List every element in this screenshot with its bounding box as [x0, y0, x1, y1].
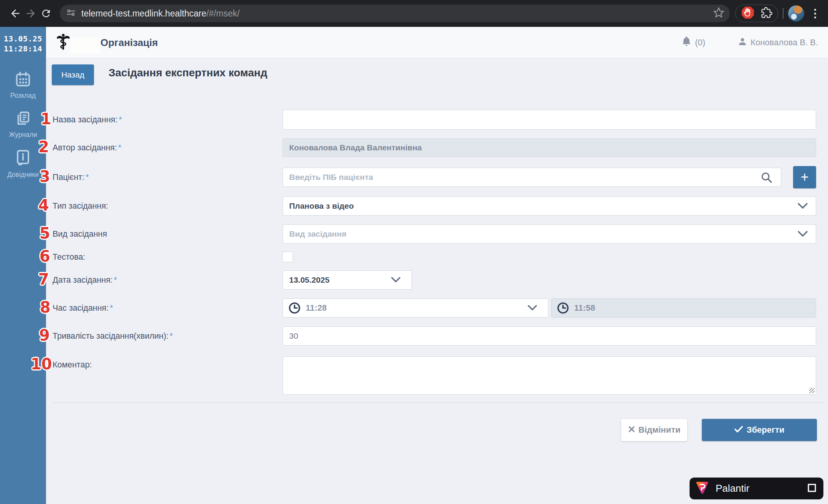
address-bar[interactable]: telemed-test.medlink.healthcare/#/msek/: [60, 5, 730, 22]
annotation-7: 7: [38, 271, 49, 288]
check-icon: [734, 425, 743, 435]
bookmark-star-icon[interactable]: [713, 7, 724, 20]
calendar-icon: [15, 71, 31, 89]
annotation-8: 8: [40, 299, 51, 316]
browser-reload-icon[interactable]: [38, 6, 54, 21]
annotation-3: 3: [40, 168, 50, 185]
browser-forward-icon[interactable]: [23, 6, 38, 21]
main-content: Назад Засідання експертних команд Назва …: [46, 58, 828, 504]
notifications-count: (0): [695, 38, 705, 48]
label-test-flag: Тестова:: [53, 251, 85, 263]
cancel-button[interactable]: Відмінити: [621, 419, 687, 441]
annotation-5: 5: [40, 225, 50, 242]
browser-toolbar: telemed-test.medlink.healthcare/#/msek/: [0, 0, 828, 27]
toolbar-divider: [783, 8, 784, 19]
window-restore-icon[interactable]: [807, 483, 816, 494]
sidebar-item-label: Розклад: [10, 92, 36, 100]
label-meeting-kind: Вид засідання: [53, 228, 107, 240]
sidebar-date: 13.05.25: [0, 34, 46, 44]
sidebar: 13.05.25 11:28:14 Розклад: [0, 27, 46, 504]
sidebar-item-schedule[interactable]: Розклад: [10, 71, 36, 100]
label-meeting-author: Автор засідання:*: [53, 142, 121, 153]
form-footer-divider: [53, 402, 823, 403]
save-button[interactable]: Зберегти: [702, 419, 817, 441]
sidebar-item-journals[interactable]: Журнали: [9, 110, 37, 139]
clock-icon: [556, 301, 570, 316]
textarea-resize-handle[interactable]: [809, 388, 815, 393]
person-icon: [737, 36, 747, 49]
url-text: telemed-test.medlink.healthcare/#/msek/: [81, 8, 713, 19]
plus-icon: +: [800, 169, 808, 185]
adblocker-extension-icon[interactable]: [741, 6, 755, 21]
label-duration: Тривалість засідання(хвилин):*: [53, 330, 173, 342]
annotation-9: 9: [39, 327, 50, 344]
annotation-6: 6: [40, 248, 50, 265]
meeting-kind-select[interactable]: Вид засідання: [283, 224, 816, 244]
extensions-cluster: [735, 5, 778, 22]
label-comment: Коментар:: [53, 359, 92, 371]
meeting-name-input[interactable]: [283, 110, 816, 130]
clock-icon: [288, 301, 301, 316]
site-info-icon[interactable]: [66, 8, 76, 19]
sidebar-item-label: Довідники: [7, 171, 39, 179]
comment-textarea[interactable]: [283, 356, 816, 395]
sidebar-clock: 13.05.25 11:28:14: [0, 34, 46, 54]
app-header: Організація (0) Коновалова В. В.: [46, 27, 828, 58]
reference-book-icon: [15, 150, 31, 168]
browser-back-icon[interactable]: [8, 6, 23, 21]
label-meeting-time: Час засідання:*: [53, 302, 113, 314]
label-meeting-name: Назва засідання:*: [53, 114, 122, 125]
notifications-button[interactable]: (0): [681, 36, 705, 49]
testova-checkbox[interactable]: [282, 252, 293, 262]
back-button[interactable]: Назад: [52, 64, 94, 85]
caduceus-icon: [56, 33, 71, 52]
user-name: Коновалова В. В.: [751, 38, 818, 48]
sidebar-time: 11:28:14: [0, 44, 46, 54]
x-icon: [628, 425, 635, 435]
label-patient: Пацієнт:*: [53, 171, 89, 183]
user-menu[interactable]: Коновалова В. В.: [737, 36, 818, 49]
annotation-2: 2: [38, 138, 49, 155]
meeting-time-end-value: 11:58: [574, 303, 595, 313]
palantir-overlay-badge[interactable]: Palantir: [690, 478, 823, 499]
patient-search-input[interactable]: [283, 168, 781, 187]
meeting-type-select[interactable]: Планова з відео: [283, 196, 816, 216]
duration-input[interactable]: [283, 326, 816, 346]
extensions-puzzle-icon[interactable]: [761, 7, 772, 20]
add-patient-button[interactable]: +: [793, 166, 816, 188]
journals-icon: [15, 110, 31, 128]
browser-menu-icon[interactable]: [808, 6, 822, 21]
label-meeting-date: Дата засідання:*: [53, 274, 117, 286]
meeting-time-start-value: 11:28: [306, 303, 327, 313]
palantir-logo-icon: [694, 480, 710, 497]
meeting-author-field: Коновалова Влада Валентинівна: [283, 138, 816, 157]
sidebar-item-directories[interactable]: Довідники: [7, 150, 39, 179]
label-meeting-type: Тип засідання:: [53, 200, 108, 212]
annotation-4: 4: [38, 197, 49, 214]
meeting-date-select[interactable]: 13.05.2025: [283, 270, 412, 290]
org-logo-placeholder: [71, 38, 100, 54]
annotation-10: 10: [31, 356, 52, 372]
page-title: Засідання експертних команд: [109, 67, 267, 79]
browser-profile-avatar[interactable]: [788, 5, 804, 21]
palantir-label: Palantir: [716, 483, 802, 494]
annotation-1: 1: [41, 110, 51, 127]
org-title: Організація: [100, 27, 158, 58]
sidebar-item-label: Журнали: [9, 131, 37, 139]
bell-icon: [681, 36, 692, 49]
